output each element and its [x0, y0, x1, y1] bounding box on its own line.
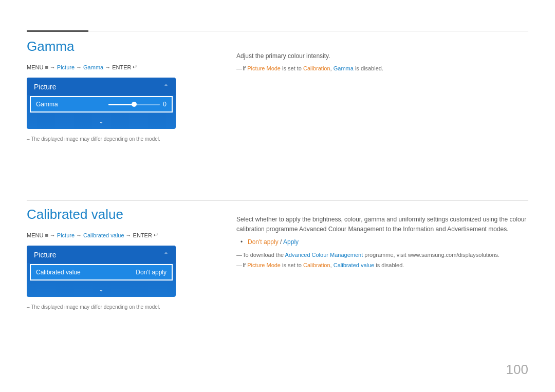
- cv-calibration-link: Calibration: [303, 262, 330, 268]
- gamma-right-column: Adjust the primary colour intensity. If …: [236, 51, 528, 73]
- middle-divider: [27, 200, 528, 201]
- calibrated-row-label: Calibrated value: [36, 269, 81, 276]
- options-list: Don't apply / Apply: [240, 237, 528, 247]
- slash-separator: /: [280, 238, 282, 246]
- picture-mode-link: Picture Mode: [247, 65, 281, 71]
- enter-text: ENTER: [112, 64, 131, 70]
- gamma-note: – The displayed image may differ dependi…: [27, 136, 227, 142]
- cv-enter-text: ENTER: [133, 232, 152, 238]
- gamma-value: 0: [163, 101, 166, 108]
- gamma-row: Gamma 0: [30, 96, 173, 113]
- gamma-menu-path: MENU ≡ → Picture → Gamma → ENTER ↵: [27, 64, 227, 70]
- cv-arrow1: →: [50, 232, 55, 238]
- picture-link: Picture: [57, 64, 75, 70]
- acm-link: Advanced Colour Management: [285, 252, 363, 258]
- cv-item-link: Calibrated value: [83, 232, 124, 238]
- gamma-tv-ui: Picture ⌃ Gamma 0 ⌄: [27, 78, 176, 129]
- cv-tv-ui-header: Picture ⌃: [27, 246, 176, 263]
- slider-thumb: [132, 102, 137, 107]
- gamma-desc-note: If Picture Mode is set to Calibration, G…: [236, 64, 528, 73]
- cv-picture-mode-link: Picture Mode: [247, 262, 281, 268]
- enter-icon: ↵: [133, 64, 137, 70]
- tv-header-title: Picture: [34, 83, 57, 91]
- menu-text: MENU: [27, 64, 43, 70]
- calibrated-row-value: Don't apply: [136, 269, 166, 276]
- cv-picture-link: Picture: [57, 232, 75, 238]
- cv-arrow3: →: [126, 232, 132, 238]
- cv-chevron-down-row: ⌄: [27, 282, 176, 297]
- page-number: 100: [506, 362, 528, 378]
- apply-option: Apply: [283, 238, 299, 246]
- chevron-up-icon: ⌃: [163, 84, 169, 90]
- tv-ui-header: Picture ⌃: [27, 78, 176, 95]
- cv-menu-text: MENU: [27, 232, 43, 238]
- gamma-slider: 0: [108, 101, 166, 108]
- calibrated-description: Select whether to apply the brightness, …: [236, 215, 528, 234]
- gamma-title: Gamma: [27, 39, 227, 54]
- calibrated-tv-ui: Picture ⌃ Calibrated value Don't apply ⌄: [27, 246, 176, 297]
- chevron-down-row: ⌄: [27, 114, 176, 129]
- gamma-row-label: Gamma: [36, 101, 58, 108]
- gamma-description: Adjust the primary colour intensity.: [236, 51, 528, 61]
- cv-calibrated-link: Calibrated value: [334, 262, 375, 268]
- cv-chevron-up-icon: ⌃: [163, 252, 169, 258]
- calibrated-right-column: Select whether to apply the brightness, …: [236, 215, 528, 270]
- calibrated-title: Calibrated value: [27, 207, 227, 222]
- menu-icon: ≡: [45, 64, 48, 70]
- arrow1: →: [50, 64, 55, 70]
- slider-track: [108, 104, 160, 105]
- cv-menu-icon: ≡: [45, 232, 48, 238]
- cv-arrow2: →: [76, 232, 82, 238]
- calibrated-note1: To download the Advanced Colour Manageme…: [236, 251, 528, 259]
- calibrated-menu-path: MENU ≡ → Picture → Calibrated value → EN…: [27, 232, 227, 238]
- calibrated-note: – The displayed image may differ dependi…: [27, 304, 227, 310]
- calibrated-row: Calibrated value Don't apply: [30, 264, 173, 281]
- cv-chevron-down-icon: ⌄: [99, 286, 104, 293]
- arrow2: →: [76, 64, 82, 70]
- calibrated-section: Calibrated value MENU ≡ → Picture → Cali…: [27, 207, 227, 310]
- page-container: Gamma MENU ≡ → Picture → Gamma → ENTER ↵…: [0, 0, 555, 392]
- slider-fill: [108, 104, 134, 105]
- chevron-down-icon: ⌄: [99, 118, 104, 125]
- calibrated-note2: If Picture Mode is set to Calibration, C…: [236, 261, 528, 270]
- cv-enter-icon: ↵: [154, 232, 158, 238]
- top-divider: [27, 31, 528, 31]
- gamma-section: Gamma MENU ≡ → Picture → Gamma → ENTER ↵…: [27, 39, 227, 142]
- calibration-link: Calibration: [303, 65, 330, 71]
- gamma-link: Gamma: [83, 64, 103, 70]
- cv-header-title: Picture: [34, 251, 57, 259]
- gamma-link-note: Gamma: [334, 65, 354, 71]
- arrow3: →: [105, 64, 110, 70]
- options-item: Don't apply / Apply: [240, 237, 528, 247]
- dont-apply-option: Don't apply: [248, 238, 279, 246]
